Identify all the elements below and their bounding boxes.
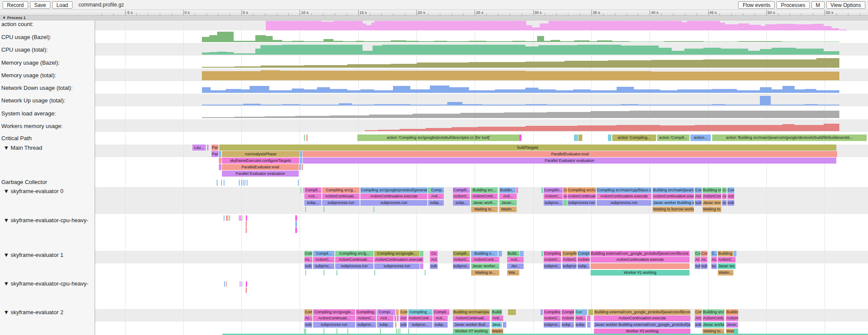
sidebar-item-skyframe-evaluator-cpu-heavy-a[interactable]: ▼ skyframe-evaluator-cpu-heavy- <box>3 217 89 223</box>
skyframe-evaluator-cpu-heavy-b-event[interactable] <box>224 281 225 287</box>
sidebar-item-skyframe-evaluator-2[interactable]: ▼ skyframe-evaluator 2 <box>3 309 63 315</box>
skyframe-evaluator-1-event[interactable] <box>374 270 375 276</box>
save-button[interactable]: Save <box>30 1 50 9</box>
skyframe-evaluator-cpu-heavy-a-event[interactable] <box>229 215 230 221</box>
metadata-button[interactable]: M <box>812 1 825 9</box>
skyframe-evaluator-2-event[interactable]: ActionConti... <box>703 315 724 321</box>
skyframe-evaluator-1-event[interactable]: C... <box>711 251 717 256</box>
skyframe-evaluator-0-event[interactable]: ActionContinuation.execute <box>597 194 651 199</box>
skyframe-evaluator-2-event[interactable]: subp... <box>377 322 393 328</box>
skyframe-evaluator-0-event[interactable]: Acti... <box>304 194 321 199</box>
skyframe-evaluator-2-event[interactable]: Buildi... <box>492 309 502 315</box>
main-thread-event[interactable]: buildTargets <box>219 145 836 151</box>
skyframe-evaluator-0-event[interactable]: ActionContinuati... <box>568 194 596 199</box>
skyframe-evaluator-cpu-heavy-a-event[interactable] <box>246 215 247 221</box>
process-header[interactable]: ▼ Process 1 <box>0 16 868 20</box>
skyframe-evaluator-1-event[interactable] <box>734 251 736 256</box>
skyframe-evaluator-cpu-heavy-b-event[interactable] <box>226 281 227 287</box>
skyframe-evaluator-2-event[interactable] <box>508 309 516 315</box>
skyframe-evaluator-cpu-heavy-a-event[interactable] <box>239 215 240 221</box>
skyframe-evaluator-2-event[interactable]: ActionC... <box>726 315 738 321</box>
skyframe-evaluator-0-event[interactable] <box>305 207 306 212</box>
skyframe-evaluator-0-event[interactable]: Acti... <box>428 194 444 199</box>
skyframe-evaluator-2-event[interactable]: Javac ... <box>726 322 738 328</box>
skyframe-evaluator-2-event[interactable]: Ac... <box>304 315 312 321</box>
critical-path-event[interactable]: action... <box>690 135 711 141</box>
skyframe-evaluator-0-event[interactable]: Act <box>727 194 734 199</box>
garbage-collector-event[interactable] <box>224 180 224 186</box>
main-thread-event[interactable]: Parallel Evaluator evaluation <box>222 171 299 177</box>
main-thread-event[interactable] <box>300 158 302 164</box>
main-thread-event[interactable]: runAnalysisPhase <box>222 151 300 157</box>
skyframe-evaluator-0-event[interactable]: Compiling src/google/protobuf/generat... <box>360 187 427 193</box>
skyframe-evaluator-2-event[interactable]: Com <box>400 309 407 315</box>
flow-events-button[interactable]: Flow events <box>738 1 775 9</box>
skyframe-evaluator-cpu-heavy-b-event[interactable] <box>240 281 241 287</box>
skyframe-evaluator-2-event[interactable] <box>588 309 593 315</box>
skyframe-evaluator-1-event[interactable]: ActionContinuati... <box>335 257 373 263</box>
skyframe-evaluator-1-event[interactable] <box>498 251 502 256</box>
main-thread-event[interactable] <box>207 145 208 151</box>
skyframe-evaluator-0-event[interactable]: ActionConti... <box>703 194 721 199</box>
critical-path-event[interactable]: action 'Building src/main/java/com/googl… <box>712 135 867 141</box>
skyframe-evaluator-0-event[interactable]: Building src... <box>703 187 721 193</box>
skyframe-evaluator-1-event[interactable]: subp... <box>578 263 590 269</box>
skyframe-evaluator-1-event[interactable]: Worker #1 working <box>591 270 690 276</box>
main-thread-event[interactable] <box>299 164 301 170</box>
skyframe-evaluator-cpu-heavy-a-event[interactable] <box>246 227 247 233</box>
skyframe-evaluator-0-event[interactable]: Act <box>695 194 702 199</box>
skyframe-evaluator-0-event[interactable]: subp... <box>453 200 470 206</box>
main-thread-event[interactable]: ParallelEvaluator.eval <box>303 151 837 157</box>
skyframe-evaluator-1-event[interactable]: subproc... <box>313 263 334 269</box>
skyframe-evaluator-2-event[interactable] <box>396 309 399 315</box>
skyframe-evaluator-2-event[interactable] <box>582 309 587 315</box>
skyframe-evaluator-1-event[interactable]: subproc... <box>453 263 470 269</box>
skyframe-evaluator-1-event[interactable]: Ac... <box>304 257 312 263</box>
skyframe-evaluator-2-event[interactable]: Acti... <box>377 315 393 321</box>
skyframe-evaluator-1-event[interactable]: Com <box>701 251 707 256</box>
skyframe-evaluator-1-event[interactable]: Building... <box>718 251 733 256</box>
skyframe-evaluator-2-event[interactable]: subp... <box>561 322 574 328</box>
time-ruler[interactable]: -5 s0 s5 s10 s15 s20 s25 s30 s35 s40 s45… <box>0 10 868 16</box>
skyframe-evaluator-0-event[interactable] <box>516 187 518 193</box>
main-thread-event[interactable] <box>302 164 303 170</box>
skyframe-evaluator-0-event[interactable]: ActionContinuati... <box>322 194 360 199</box>
skyframe-evaluator-0-event[interactable]: subprocess.run <box>360 200 427 206</box>
skyframe-evaluator-0-event[interactable] <box>303 187 304 193</box>
processes-button[interactable]: Processes <box>776 1 809 9</box>
skyframe-evaluator-0-event[interactable]: sub <box>727 200 734 206</box>
skyframe-evaluator-0-event[interactable]: subproc... <box>544 200 563 206</box>
skyframe-evaluator-2-event[interactable]: Compiling ... <box>408 309 432 315</box>
skyframe-evaluator-0-event[interactable]: Building src/main/java/com/go... <box>653 187 694 193</box>
skyframe-evaluator-2-event[interactable]: subproc... <box>408 322 432 328</box>
skyframe-evaluator-2-event[interactable] <box>587 315 591 321</box>
skyframe-evaluator-1-event[interactable]: subprocess.run <box>374 263 419 269</box>
skyframe-evaluator-0-event[interactable]: subp... <box>428 200 444 206</box>
skyframe-evaluator-2-event[interactable]: subproc... <box>356 322 376 328</box>
skyframe-evaluator-2-event[interactable]: Building src/ma... <box>703 309 724 315</box>
garbage-collector-event[interactable] <box>247 180 248 186</box>
skyframe-evaluator-1-event[interactable]: Building s... <box>471 251 498 256</box>
skyframe-evaluator-1-event[interactable]: Compil... <box>578 251 590 256</box>
skyframe-evaluator-2-event[interactable]: Act <box>400 315 407 321</box>
skyframe-evaluator-1-event[interactable]: sub <box>430 263 438 269</box>
skyframe-evaluator-2-event[interactable]: ActionContinuation.execute <box>594 315 690 321</box>
main-thread-event[interactable] <box>300 151 302 157</box>
garbage-collector-event[interactable] <box>239 180 240 186</box>
skyframe-evaluator-2-event[interactable]: Building external/com_google_protobuf/ja… <box>594 309 690 315</box>
skyframe-evaluator-0-event[interactable]: subp... <box>304 200 321 206</box>
sidebar-item-skyframe-evaluator-1[interactable]: ▼ skyframe-evaluator 1 <box>3 252 63 258</box>
skyframe-evaluator-0-event[interactable] <box>300 187 301 193</box>
skyframe-evaluator-0-event[interactable]: Compiling src/core/... <box>568 187 596 193</box>
skyframe-evaluator-1-event[interactable]: Com <box>695 251 700 256</box>
critical-path-event[interactable] <box>574 135 578 141</box>
skyframe-evaluator-1-event[interactable]: subproc... <box>562 263 577 269</box>
skyframe-evaluator-2-event[interactable]: Java... <box>492 322 502 328</box>
skyframe-evaluator-1-event[interactable] <box>420 263 423 269</box>
sidebar-item-skyframe-evaluator-cpu-heavy-b[interactable]: ▼ skyframe-evaluator-cpu-heavy- <box>3 280 89 287</box>
skyframe-evaluator-1-event[interactable]: Compiling ... <box>544 251 561 256</box>
skyframe-evaluator-2-event[interactable] <box>541 309 543 315</box>
skyframe-evaluator-0-event[interactable]: Building src... <box>471 187 498 193</box>
critical-path-event[interactable] <box>304 135 305 141</box>
skyframe-evaluator-1-event[interactable]: Jav... <box>507 263 524 269</box>
